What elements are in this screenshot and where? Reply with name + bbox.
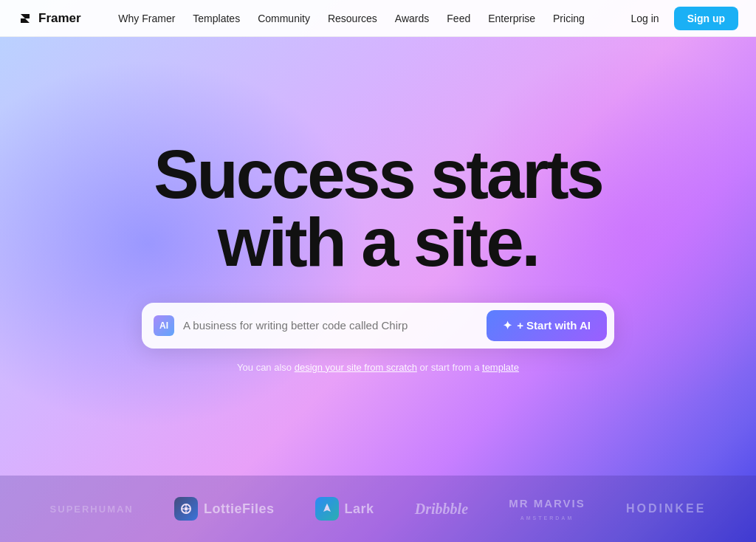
superhuman-logo: SUPERHUMAN bbox=[50, 504, 134, 515]
nav-item-community[interactable]: Community bbox=[250, 8, 317, 29]
mrmarvis-logo: MR MARVIS AMSTERDAM bbox=[509, 497, 585, 521]
dribbble-logo: Dribbble bbox=[415, 501, 468, 518]
search-bar: AI ✦ + Start with AI bbox=[142, 303, 614, 349]
cta-icon: ✦ bbox=[503, 319, 512, 332]
lottiefiles-icon bbox=[174, 497, 198, 521]
superhuman-text: SUPERHUMAN bbox=[50, 504, 134, 515]
lottiefiles-label: LottieFiles bbox=[204, 501, 275, 517]
template-link[interactable]: template bbox=[482, 362, 519, 373]
brand-name: Framer bbox=[38, 11, 81, 26]
lark-icon bbox=[315, 497, 339, 521]
nav-logo[interactable]: Framer bbox=[18, 11, 81, 26]
lark-label: Lark bbox=[345, 501, 374, 517]
hero-subtext: You can also design your site from scrat… bbox=[237, 362, 519, 373]
mrmarvis-text: MR MARVIS bbox=[509, 497, 585, 510]
nav-item-resources[interactable]: Resources bbox=[320, 8, 385, 29]
hodinkee-logo: HODINKEE bbox=[626, 502, 706, 515]
navbar: Framer Why Framer Templates Community Re… bbox=[0, 0, 756, 37]
nav-item-enterprise[interactable]: Enterprise bbox=[481, 8, 543, 29]
svg-point-1 bbox=[184, 507, 188, 511]
mrmarvis-sub: AMSTERDAM bbox=[520, 515, 574, 521]
lottiefiles-logo: LottieFiles bbox=[174, 497, 275, 521]
hero-title: Success starts with a site. bbox=[154, 140, 602, 276]
ai-icon: AI bbox=[154, 315, 174, 336]
logos-bar: SUPERHUMAN LottieFiles Lark Dribbble MR bbox=[0, 476, 756, 542]
hodinkee-text: HODINKEE bbox=[626, 502, 706, 515]
search-input[interactable] bbox=[183, 319, 478, 332]
scratch-link[interactable]: design your site from scratch bbox=[295, 362, 417, 373]
login-button[interactable]: Log in bbox=[622, 8, 668, 29]
lark-logo: Lark bbox=[315, 497, 374, 521]
framer-logo-icon bbox=[18, 11, 32, 26]
dribbble-text: Dribbble bbox=[415, 501, 468, 518]
start-with-ai-button[interactable]: ✦ + Start with AI bbox=[487, 310, 607, 341]
nav-links: Why Framer Templates Community Resources… bbox=[111, 8, 592, 29]
nav-right: Log in Sign up bbox=[622, 7, 738, 30]
nav-item-pricing[interactable]: Pricing bbox=[546, 8, 592, 29]
nav-item-awards[interactable]: Awards bbox=[388, 8, 436, 29]
nav-item-why-framer[interactable]: Why Framer bbox=[111, 8, 182, 29]
nav-item-templates[interactable]: Templates bbox=[185, 8, 247, 29]
signup-button[interactable]: Sign up bbox=[674, 7, 738, 30]
nav-item-feed[interactable]: Feed bbox=[439, 8, 478, 29]
